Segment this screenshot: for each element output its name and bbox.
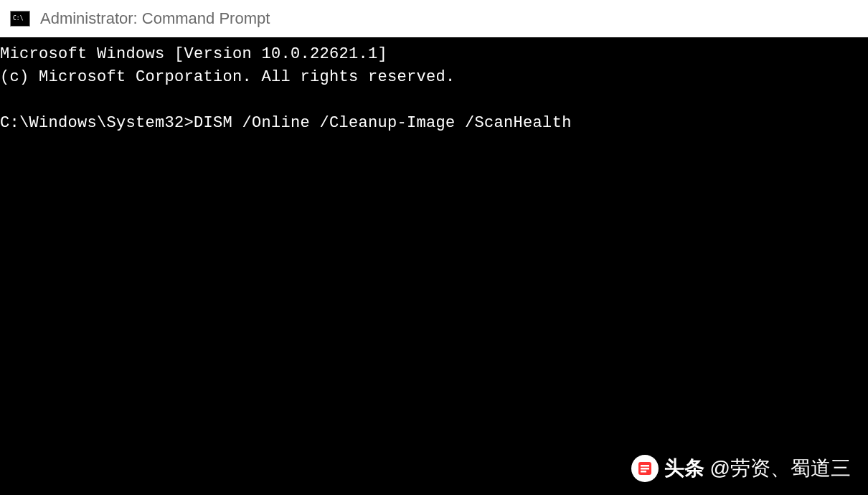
watermark: 头条 @劳资、蜀道三 [631, 455, 851, 482]
cmd-icon [10, 11, 30, 27]
terminal-prompt-line: C:\Windows\System32>DISM /Online /Cleanu… [0, 112, 868, 135]
watermark-user: @劳资、蜀道三 [710, 455, 851, 482]
terminal-version-line: Microsoft Windows [Version 10.0.22621.1] [0, 43, 868, 66]
terminal-command: DISM /Online /Cleanup-Image /ScanHealth [194, 114, 572, 132]
svg-rect-1 [641, 465, 649, 467]
toutiao-logo-icon [631, 455, 659, 482]
watermark-brand: 头条 [664, 455, 704, 482]
terminal-copyright-line: (c) Microsoft Corporation. All rights re… [0, 66, 868, 89]
svg-rect-2 [641, 468, 649, 470]
terminal-output[interactable]: Microsoft Windows [Version 10.0.22621.1]… [0, 37, 868, 135]
terminal-prompt: C:\Windows\System32> [0, 114, 194, 132]
window-titlebar[interactable]: Administrator: Command Prompt [0, 0, 868, 37]
terminal-blank-line [0, 89, 868, 112]
svg-rect-3 [641, 471, 646, 473]
window-title: Administrator: Command Prompt [40, 9, 270, 28]
